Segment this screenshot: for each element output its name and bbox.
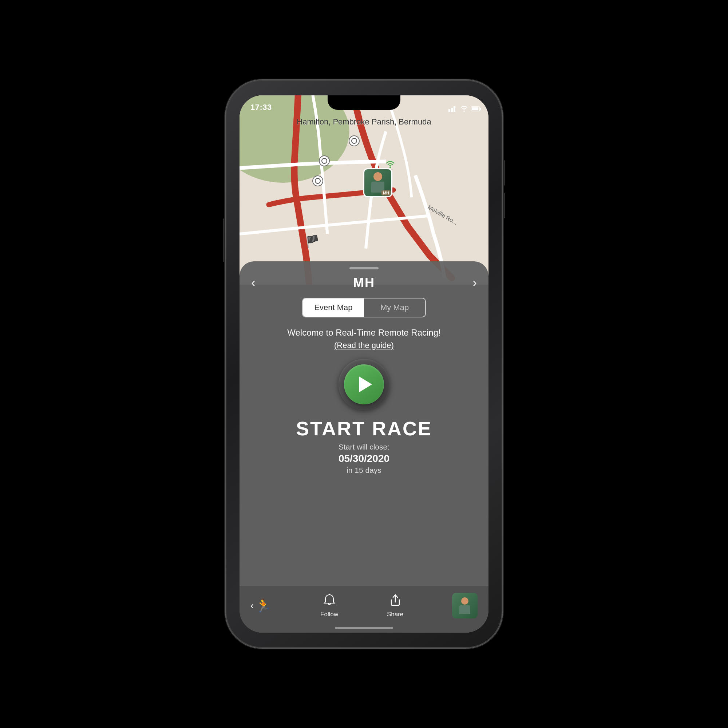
user-avatar: MH <box>363 168 392 197</box>
svg-point-3 <box>464 111 465 112</box>
map-pin-1[interactable] <box>319 155 330 166</box>
flag-marker: 🏴 <box>305 234 320 248</box>
map-pin-3[interactable] <box>349 135 359 146</box>
bell-icon[interactable] <box>323 593 336 609</box>
notch <box>327 95 401 110</box>
home-indicator[interactable] <box>335 627 393 629</box>
signal-icon <box>448 106 457 112</box>
phone-device: 17:33 <box>226 80 502 648</box>
status-time: 17:33 <box>251 102 272 112</box>
event-map-tab[interactable]: Event Map <box>303 298 364 317</box>
profile-body <box>459 605 470 614</box>
nav-prev-button[interactable]: ‹ <box>251 275 255 291</box>
profile-thumbnail[interactable] <box>452 593 477 618</box>
start-race-label: START RACE <box>240 417 488 440</box>
play-button-container <box>240 359 488 410</box>
panel-nav: ‹ MH › <box>240 272 488 294</box>
user-marker[interactable]: MH <box>363 168 392 197</box>
start-close-label: Start will close: <box>240 443 488 451</box>
bottom-panel: ‹ MH › Event Map My Map Welcome to Real-… <box>240 262 488 633</box>
share-nav-item[interactable]: Share <box>387 593 403 618</box>
back-arrow-icon[interactable]: ‹ <box>251 600 254 612</box>
nav-back-group[interactable]: ‹ 🏃 <box>251 598 272 613</box>
volume-up-button[interactable] <box>502 160 505 186</box>
svg-rect-1 <box>451 108 453 112</box>
play-button-outer[interactable] <box>338 359 390 410</box>
svg-rect-2 <box>454 106 455 112</box>
nav-next-button[interactable]: › <box>473 275 477 291</box>
profile-head <box>461 597 468 605</box>
start-date: 05/30/2020 <box>240 453 488 465</box>
lock-button[interactable] <box>223 219 226 262</box>
map-area[interactable]: Hamilton, Pembroke Parish, Bermuda Melvi… <box>240 95 488 284</box>
panel-title: MH <box>353 275 375 291</box>
play-button-inner[interactable] <box>344 364 384 404</box>
map-location-label: Hamilton, Pembroke Parish, Bermuda <box>297 117 431 127</box>
follow-label: Follow <box>320 611 338 618</box>
guide-link[interactable]: (Read the guide) <box>247 341 481 350</box>
my-map-tab[interactable]: My Map <box>364 298 425 317</box>
phone-screen: 17:33 <box>240 95 488 633</box>
svg-rect-0 <box>448 109 450 112</box>
welcome-text: Welcome to Real-Time Remote Racing! <box>247 327 481 338</box>
volume-down-button[interactable] <box>502 193 505 219</box>
share-icon[interactable] <box>389 593 401 609</box>
wifi-icon <box>460 106 468 112</box>
follow-nav-item[interactable]: Follow <box>320 593 338 618</box>
start-days: in 15 days <box>240 466 488 475</box>
runner-icon[interactable]: 🏃 <box>255 598 272 613</box>
svg-point-9 <box>390 167 391 168</box>
svg-rect-5 <box>480 108 481 110</box>
bottom-nav: ‹ 🏃 Follow <box>240 585 488 633</box>
map-pin-2[interactable] <box>312 176 323 187</box>
battery-icon <box>471 106 481 112</box>
panel-handle <box>349 267 379 269</box>
share-label: Share <box>387 611 403 618</box>
mh-badge: MH <box>381 190 391 196</box>
status-icons <box>448 106 481 112</box>
svg-rect-6 <box>472 107 478 110</box>
map-toggle[interactable]: Event Map My Map <box>302 298 426 317</box>
play-triangle-icon <box>359 376 372 392</box>
avatar-head <box>373 172 382 181</box>
profile-inner <box>459 597 470 614</box>
